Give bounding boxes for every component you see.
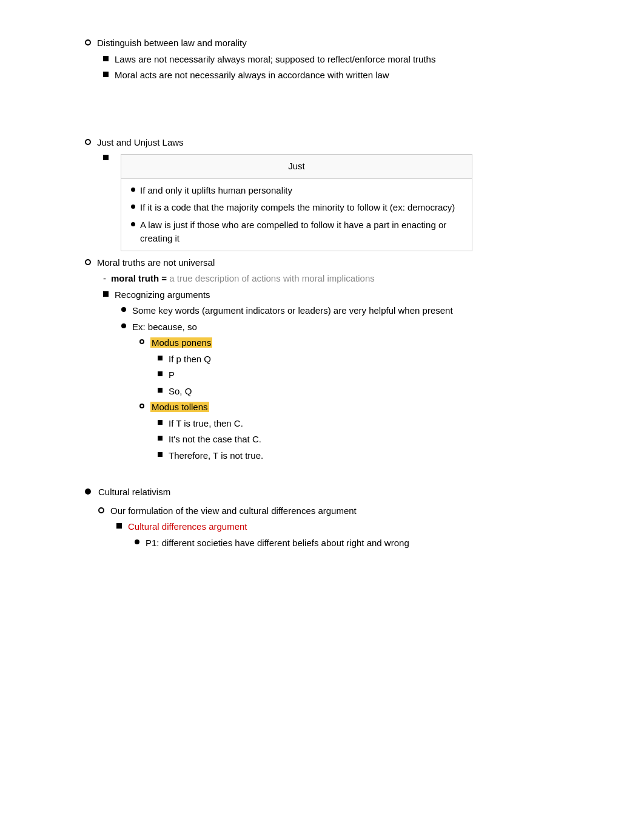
item-text: Ex: because, so (132, 320, 595, 334)
modus-ponens-highlight: Modus ponens (150, 337, 212, 348)
circle-bullet-icon (85, 259, 91, 265)
square-bullet-icon (103, 72, 109, 77)
item-text: If p then Q (169, 353, 595, 367)
moral-truths-label: Moral truths are not universal (97, 256, 595, 270)
dot-bullet-icon (131, 205, 135, 209)
table-container: Just If and only it upli (115, 152, 595, 251)
recognizing-args-label: Recognizing arguments (115, 288, 595, 302)
list-item: Moral truths are not universal - moral t… (85, 256, 595, 463)
table-header-just: Just (121, 155, 472, 179)
list-item: It's not the case that C. (158, 433, 595, 447)
square-bullet-icon (103, 291, 109, 297)
small-circle-bullet-icon (139, 339, 144, 344)
item-text: Laws are not necessarily always moral; s… (115, 53, 595, 67)
item-text: If it is a code that the majority compel… (140, 201, 455, 215)
moral-truth-definition: moral truth = a true description of acti… (111, 272, 595, 286)
list-item: If p then Q (158, 353, 595, 367)
just-unjust-laws-label: Just and Unjust Laws (97, 136, 595, 150)
list-item: Cultural relativism Our formulation of t… (85, 485, 595, 550)
list-item: Just and Unjust Laws Just (85, 136, 595, 251)
dot-bullet-icon (135, 539, 139, 544)
modus-ponens-label: Modus ponens (150, 336, 595, 350)
item-text: P1: different societies have different b… (146, 536, 595, 550)
item-text: If T is true, then C. (169, 417, 595, 431)
small-circle-bullet-icon (139, 404, 144, 408)
item-text: Moral acts are not necessarily always in… (115, 69, 595, 83)
item-text: P (169, 368, 595, 382)
dash-symbol: - (103, 272, 106, 286)
dot-bullet-icon (131, 222, 135, 226)
item-text: So, Q (169, 385, 595, 399)
item-text: It's not the case that C. (169, 433, 595, 447)
list-item: Modus ponens If p then Q (139, 336, 595, 398)
list-item: If T is true, then C. (158, 417, 595, 431)
spacer (85, 87, 595, 136)
square-bullet-icon (116, 523, 122, 529)
list-item: Just If and only it upli (103, 152, 595, 251)
list-item: Moral acts are not necessarily always in… (103, 69, 595, 83)
list-item: A law is just if those who are compelled… (131, 218, 462, 246)
moral-truth-term: moral truth = (111, 273, 167, 283)
moral-truth-desc: a true description of actions with moral… (167, 273, 375, 283)
list-item: Some key words (argument indicators or l… (121, 304, 595, 318)
item-text: If and only it uplifts human personality (140, 184, 292, 198)
square-sm-bullet-icon (158, 452, 163, 457)
circle-bullet-icon (85, 39, 91, 46)
square-bullet-icon (103, 56, 109, 61)
item-text: Our formulation of the view and cultural… (110, 504, 595, 518)
item-text: Some key words (argument indicators or l… (132, 304, 595, 318)
item-text: A law is just if those who are compelled… (140, 218, 462, 246)
spacer (85, 467, 595, 485)
list-item: Distinguish between law and morality Law… (85, 36, 595, 83)
cultural-relativism-label: Cultural relativism (98, 485, 595, 499)
list-item: Recognizing arguments Some key words (ar… (103, 288, 595, 463)
modus-tollens-highlight: Modus tollens (150, 402, 209, 412)
table-cell-just: If and only it uplifts human personality… (121, 178, 472, 251)
cultural-differences-arg-label: Cultural differences argument (128, 520, 595, 534)
list-item: Our formulation of the view and cultural… (98, 504, 595, 550)
list-item: If it is a code that the majority compel… (131, 201, 462, 215)
list-item: Ex: because, so Modus ponens (121, 320, 595, 463)
main-content: Distinguish between law and morality Law… (85, 36, 595, 550)
table-just-list: If and only it uplifts human personality… (131, 184, 462, 246)
item-text: Distinguish between law and morality (97, 36, 595, 50)
list-item: P1: different societies have different b… (135, 536, 595, 550)
dot-bullet-icon (131, 188, 135, 192)
filled-circle-bullet-icon (85, 488, 91, 495)
list-item: Therefore, T is not true. (158, 449, 595, 463)
list-item: Laws are not necessarily always moral; s… (103, 53, 595, 67)
circle-bullet-icon (98, 507, 104, 513)
modus-tollens-label: Modus tollens (150, 401, 595, 414)
square-sm-bullet-icon (158, 436, 163, 441)
list-item: - moral truth = a true description of ac… (85, 272, 595, 286)
item-text: Therefore, T is not true. (169, 449, 595, 463)
dot-bullet-icon (121, 307, 126, 312)
square-bullet-icon (103, 155, 109, 160)
list-item: If and only it uplifts human personality (131, 184, 462, 198)
circle-bullet-icon (85, 139, 91, 145)
square-sm-bullet-icon (158, 420, 163, 425)
just-table: Just If and only it upli (121, 154, 472, 251)
square-sm-bullet-icon (158, 388, 163, 393)
square-sm-bullet-icon (158, 371, 163, 376)
dot-bullet-icon (121, 323, 126, 328)
square-sm-bullet-icon (158, 356, 163, 360)
list-item: P (158, 368, 595, 382)
list-item: Modus tollens If T is true, then C. (139, 401, 595, 462)
list-item: So, Q (158, 385, 595, 399)
list-item: Cultural differences argument P1: differ… (116, 520, 595, 550)
